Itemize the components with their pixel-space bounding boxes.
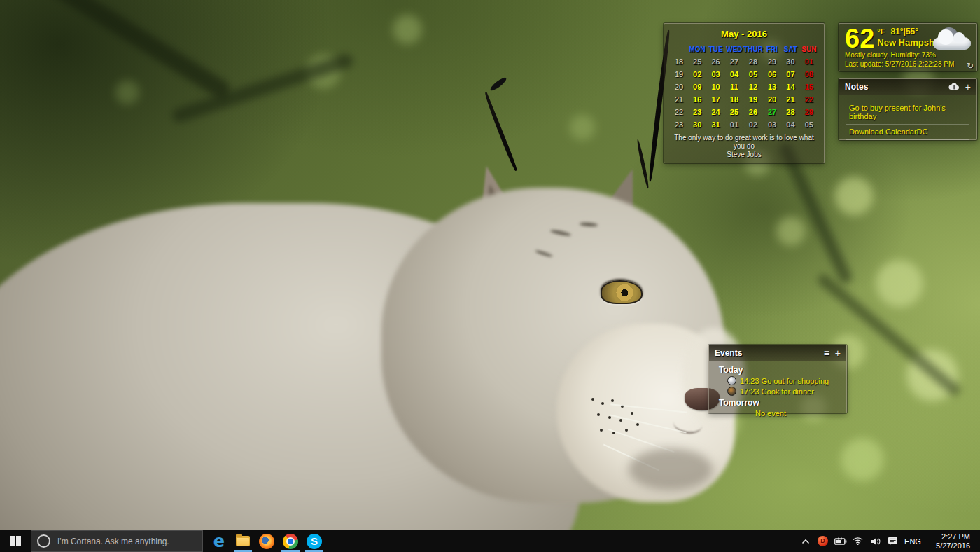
calendar-day-cell[interactable]: 17	[706, 95, 724, 104]
note-item[interactable]: Go to buy present for John's birthday	[846, 101, 969, 125]
calendar-week-number: 20	[670, 83, 688, 91]
calendar-day-cell[interactable]: 18	[725, 95, 743, 104]
battery-tray-button[interactable]	[832, 530, 849, 552]
cloud-sync-icon[interactable]	[948, 82, 960, 92]
calendar-day-cell[interactable]: 19	[743, 95, 763, 104]
calendar-day-cell[interactable]: 28	[781, 108, 799, 116]
calendar-grid: MON TUE WED THUR FRI SAT SUN 18	[670, 43, 818, 131]
clock-date: 5/27/2016	[936, 541, 970, 551]
calendar-day-header: THUR	[743, 46, 763, 53]
weather-widget: 62 °F 81°|55° New Hampshire Mostly cloud…	[839, 23, 977, 71]
search-input[interactable]	[56, 536, 197, 547]
calendar-day-cell[interactable]: 20	[763, 95, 781, 104]
taskbar-skype-button[interactable]: S	[302, 530, 326, 552]
taskbar-firefox-button[interactable]	[255, 530, 279, 552]
event-text: 14:23 Go out for shopping	[740, 377, 829, 385]
wallpaper-lynx	[0, 0, 980, 552]
show-desktop-button[interactable]	[976, 530, 980, 552]
calendar-day-cell[interactable]: 28	[743, 57, 763, 66]
calendar-day-cell[interactable]: 08	[800, 70, 818, 78]
calendar-day-cell[interactable]: 29	[800, 108, 818, 116]
calendar-day-cell[interactable]: 14	[781, 83, 799, 91]
events-today-label: Today	[716, 364, 839, 375]
calendar-day-cell[interactable]: 05	[800, 120, 818, 129]
calendar-week-number: 23	[670, 120, 688, 129]
notes-list: Go to buy present for John's birthday Do…	[839, 95, 976, 140]
calendar-day-cell[interactable]: 31	[706, 120, 724, 129]
menu-icon[interactable]: ≡	[824, 348, 830, 358]
calendar-day-cell[interactable]: 21	[781, 95, 799, 104]
calendar-day-cell[interactable]: 01	[725, 120, 743, 129]
events-header: Events ≡ +	[709, 345, 846, 361]
wifi-icon	[853, 537, 863, 545]
calendar-day-cell[interactable]: 30	[688, 120, 706, 129]
calendar-day-cell[interactable]: 25	[688, 57, 706, 66]
calendar-day-cell[interactable]: 29	[763, 57, 781, 66]
calendar-day-cell[interactable]: 04	[781, 120, 799, 129]
calendar-day-cell[interactable]: 13	[763, 83, 781, 91]
calendar-day-header: SUN	[800, 46, 818, 53]
weather-unit: °F	[877, 27, 885, 36]
language-indicator[interactable]: ENG	[902, 530, 924, 552]
taskbar: e S D ENG	[0, 530, 980, 552]
add-note-icon[interactable]: +	[965, 82, 971, 92]
action-center-tray-button[interactable]	[884, 530, 902, 552]
calendar-day-cell[interactable]: 24	[706, 108, 724, 116]
calendar-day-cell[interactable]: 04	[725, 70, 743, 78]
calendar-week-number: 19	[670, 70, 688, 78]
event-item[interactable]: 14:23 Go out for shopping	[716, 375, 839, 386]
taskbar-file-explorer-button[interactable]	[231, 530, 255, 552]
refresh-icon[interactable]: ↻	[967, 61, 974, 71]
calendar-day-cell[interactable]: 26	[706, 57, 724, 66]
calendar-day-cell[interactable]: 27	[763, 108, 781, 116]
calendar-day-cell[interactable]: 16	[688, 95, 706, 104]
events-today-list: 14:23 Go out for shopping 17:23 Cook for…	[716, 375, 839, 396]
taskbar-chrome-button[interactable]	[279, 530, 302, 552]
note-item[interactable]: Download CalendarDC	[846, 125, 969, 140]
volume-tray-button[interactable]	[867, 530, 884, 552]
cloud-icon	[933, 37, 971, 50]
weather-last-update: Last update: 5/27/2016 2:22:28 PM	[845, 60, 971, 68]
calendar-day-cell[interactable]: 12	[743, 83, 763, 91]
calendar-week-number: 18	[670, 57, 688, 66]
clock-icon	[727, 376, 736, 385]
calendar-day-cell[interactable]: 11	[725, 83, 743, 91]
antivirus-tray-button[interactable]: D	[814, 530, 832, 552]
volume-icon	[871, 537, 881, 546]
calendar-day-cell[interactable]: 15	[800, 83, 818, 91]
lynx-ear-tuft	[489, 76, 508, 92]
calendar-day-cell[interactable]: 03	[763, 120, 781, 129]
calendar-day-cell[interactable]: 30	[781, 57, 799, 66]
calendar-day-cell[interactable]: 23	[688, 108, 706, 116]
notes-title: Notes	[845, 82, 868, 92]
system-tray: D ENG 2:27 PM 5/27/2016	[797, 530, 980, 552]
event-item[interactable]: 17:23 Cook for dinner	[716, 386, 839, 396]
taskbar-clock[interactable]: 2:27 PM 5/27/2016	[924, 530, 976, 552]
chrome-icon	[283, 534, 298, 549]
calendar-day-cell[interactable]: 01	[800, 57, 818, 66]
calendar-day-cell[interactable]: 06	[763, 70, 781, 78]
calendar-day-header: FRI	[763, 46, 781, 53]
calendar-day-cell[interactable]: 22	[800, 95, 818, 104]
lynx-ear-tuft	[483, 92, 519, 172]
calendar-day-cell[interactable]: 26	[743, 108, 763, 116]
calendar-day-cell[interactable]: 27	[725, 57, 743, 66]
calendar-day-cell[interactable]: 09	[688, 83, 706, 91]
calendar-day-header: SAT	[781, 46, 799, 53]
calendar-day-cell[interactable]: 07	[781, 70, 799, 78]
tray-chevron-up-button[interactable]	[797, 530, 814, 552]
calendar-day-cell[interactable]: 02	[688, 70, 706, 78]
calendar-day-header: TUE	[706, 46, 724, 53]
start-button[interactable]	[0, 530, 31, 552]
firefox-icon	[259, 534, 274, 549]
calendar-day-cell[interactable]: 25	[725, 108, 743, 116]
calendar-day-cell[interactable]: 03	[706, 70, 724, 78]
calendar-day-cell[interactable]: 02	[743, 120, 763, 129]
taskbar-edge-button[interactable]: e	[207, 530, 231, 552]
add-event-icon[interactable]: +	[835, 348, 841, 358]
calendar-day-cell[interactable]: 10	[706, 83, 724, 91]
events-title: Events	[715, 348, 742, 358]
cortana-search-box[interactable]	[31, 530, 203, 552]
calendar-day-cell[interactable]: 05	[743, 70, 763, 78]
wifi-tray-button[interactable]	[849, 530, 867, 552]
